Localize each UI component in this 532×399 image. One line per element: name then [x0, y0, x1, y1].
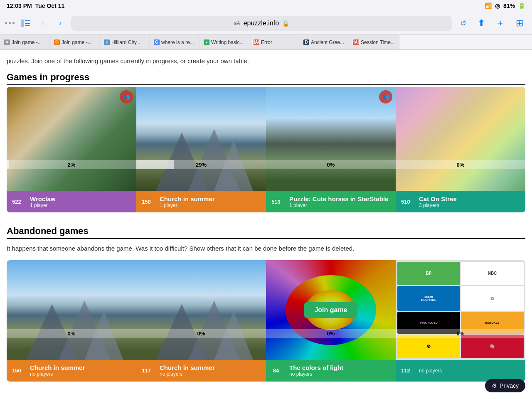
game-card-510-CatOnStree[interactable]: 0%510Cat On Stree3 players: [396, 87, 525, 212]
game-players: 1 player: [160, 202, 263, 208]
status-left: 12:03 PM Tue Oct 11: [7, 2, 64, 9]
games-in-progress-title: Games in progress: [7, 72, 525, 85]
tab-icon-tab1: ✕: [4, 39, 10, 45]
game-number: 117: [136, 360, 156, 382]
privacy-label: Privacy: [500, 382, 519, 389]
wifi-icon: 📶: [485, 2, 492, 9]
game-title: Puzzle: Cute horses in StarStable: [289, 195, 392, 202]
tab-label-tab4: where is a re...: [161, 39, 195, 45]
tab-label-tab7: Ancient Gree...: [311, 39, 345, 45]
progress-label: 0%: [7, 329, 136, 338]
signal-icon: ◎: [495, 2, 500, 9]
battery-icon: 🔋: [518, 2, 525, 9]
game-details: Puzzle: Cute horses in StarStable1 playe…: [286, 191, 396, 212]
svg-rect-0: [21, 20, 24, 27]
game-number: 510: [266, 191, 286, 212]
game-title: The colors of light: [289, 364, 392, 371]
progress-label: 29%: [136, 160, 266, 169]
join-game-button[interactable]: Join game: [304, 302, 357, 318]
lock-icon: 👥: [379, 90, 392, 103]
abandoned-games-desc: It happens that someone abandons the gam…: [7, 244, 525, 254]
privacy-icon: ⚙: [492, 382, 497, 389]
game-players: no players: [160, 371, 263, 377]
back-button[interactable]: ‹: [36, 17, 49, 30]
game-card-150-Churchinsummer[interactable]: 29%150Church in summer1 player: [136, 87, 266, 212]
tab-item-tab1[interactable]: ✕Join game -...: [0, 35, 50, 49]
tab-icon-tab8: HAC: [353, 39, 359, 45]
tab-icon-tab7: D: [303, 39, 309, 45]
tab-icon-tab5: ●: [204, 39, 209, 45]
game-card-510-Puzzle:CutehorsesinStarStable[interactable]: 👥0%510Puzzle: Cute horses in StarStable1…: [266, 87, 396, 212]
tab-label-tab8: Session Time...: [361, 39, 395, 45]
game-details: The colors of lightno players: [286, 360, 396, 382]
tab-item-tab2[interactable]: 🟠Join game -...: [50, 35, 100, 49]
tab-item-tab6[interactable]: HACError: [249, 35, 299, 49]
new-tab-button[interactable]: +: [493, 16, 508, 31]
font-size-button[interactable]: aA: [234, 20, 240, 26]
tab-item-tab4[interactable]: Gwhere is a re...: [150, 35, 200, 49]
page-content: puzzles. Join one of the following games…: [0, 50, 532, 399]
progress-label: 0%: [396, 329, 525, 338]
game-number: 510: [396, 191, 416, 212]
game-card-84-Thecolorsoflight[interactable]: Join game0%84The colors of lightno playe…: [266, 260, 396, 382]
game-players: no players: [30, 371, 133, 377]
lock-icon: 👥: [120, 90, 133, 103]
tab-label-tab3: Hilliard City...: [111, 39, 145, 45]
progress-label: 2%: [7, 160, 136, 169]
status-date: Tue Oct 11: [35, 2, 65, 9]
game-players: 1 player: [30, 202, 133, 208]
game-image-510: [396, 87, 525, 191]
game-title: Church in summer: [160, 364, 263, 371]
game-details: Cat On Stree3 players: [416, 191, 525, 212]
tab-item-tab5[interactable]: ●Writing basic...: [200, 35, 249, 49]
forward-button[interactable]: ›: [54, 17, 67, 30]
tab-item-tab7[interactable]: DAncient Gree...: [299, 35, 349, 49]
tab-icon-tab4: G: [154, 39, 160, 45]
url-display: epuzzle.info: [244, 20, 279, 27]
join-game-overlay: Join game: [266, 260, 396, 360]
game-details: no players: [416, 360, 525, 382]
dots-indicator: [5, 22, 15, 24]
abandoned-games-title: Abandoned games: [7, 226, 525, 239]
browser-chrome: ‹ › aA epuzzle.info 🔒 ↺ ⬆ + ⊞: [0, 12, 532, 35]
game-card-522-Wroclaw[interactable]: 👥2%522Wroclaw1 player: [7, 87, 136, 212]
game-title: Wroclaw: [30, 195, 133, 202]
game-details: Church in summerno players: [156, 360, 266, 382]
tab-bar: ✕Join game -...🟠Join game -...⚡Hilliard …: [0, 35, 532, 50]
game-players: 3 players: [419, 202, 522, 208]
sidebar-toggle-button[interactable]: [19, 17, 32, 30]
game-title: Church in summer: [160, 195, 263, 202]
games-in-progress-grid: 👥2%522Wroclaw1 player29%150Church in sum…: [7, 87, 525, 212]
address-bar[interactable]: aA epuzzle.info 🔒: [71, 16, 452, 31]
game-card-150-Churchinsummer[interactable]: 0%150Church in summerno players: [7, 260, 136, 382]
share-button[interactable]: ⬆: [474, 16, 489, 31]
game-image-510: [266, 87, 396, 191]
game-card-117-Churchinsummer[interactable]: 0%117Church in summerno players: [136, 260, 266, 382]
tab-icon-tab6: HAC: [254, 39, 259, 45]
game-title: Church in summer: [30, 364, 133, 371]
tab-item-tab3[interactable]: ⚡Hilliard City...: [100, 35, 150, 49]
game-details: Wroclaw1 player: [27, 191, 136, 212]
progress-label: 0%: [266, 160, 396, 169]
svg-rect-3: [25, 25, 30, 26]
game-image-112: BPNBCMIAMI DOLPHINS♻PINK FLOYDBENGALS☢🐘: [396, 260, 525, 360]
tab-icon-tab2: 🟠: [54, 39, 60, 45]
intro-text: puzzles. Join one of the following games…: [7, 57, 525, 65]
ssl-lock-icon: 🔒: [282, 20, 289, 27]
tab-label-tab5: Writing basic...: [211, 39, 245, 45]
tab-label-tab1: Join game -...: [12, 39, 45, 45]
game-image-522: [7, 87, 136, 191]
game-number: 522: [7, 191, 27, 212]
tabs-overview-button[interactable]: ⊞: [512, 16, 527, 31]
game-card-112-[interactable]: BPNBCMIAMI DOLPHINS♻PINK FLOYDBENGALS☢🐘0…: [396, 260, 525, 382]
abandoned-games-section: Abandoned games It happens that someone …: [7, 226, 525, 382]
tab-item-tab8[interactable]: HACSession Time...: [349, 35, 399, 49]
game-players: no players: [289, 371, 392, 377]
game-details: Church in summerno players: [27, 360, 136, 382]
game-number: 112: [396, 360, 416, 382]
privacy-button[interactable]: ⚙ Privacy: [485, 379, 525, 392]
game-number: 150: [136, 191, 156, 212]
reload-button[interactable]: ↺: [456, 17, 470, 30]
game-number: 150: [7, 360, 27, 382]
game-players: 1 player: [289, 202, 392, 208]
